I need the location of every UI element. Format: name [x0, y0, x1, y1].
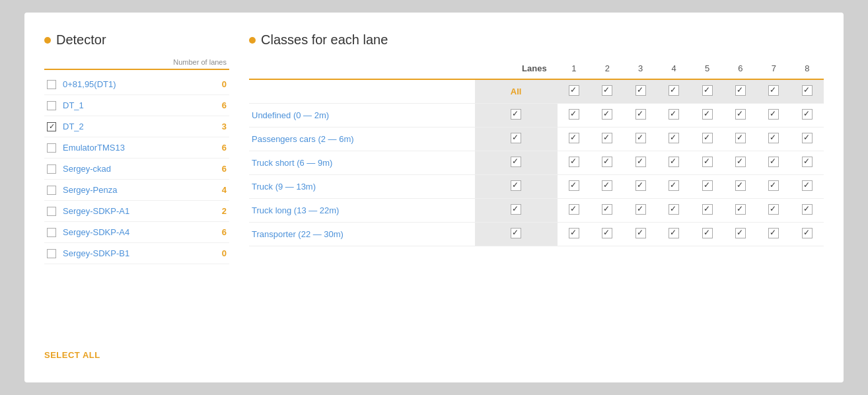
- lane-check-cell[interactable]: [791, 175, 824, 199]
- detector-item[interactable]: DT_23: [44, 116, 229, 137]
- select-all-button[interactable]: SELECT ALL: [44, 347, 229, 363]
- checkbox[interactable]: [669, 204, 679, 215]
- all-lane-check[interactable]: [757, 79, 790, 104]
- lane-check-cell[interactable]: [690, 223, 723, 246]
- detector-checkbox[interactable]: [47, 186, 56, 195]
- checkbox[interactable]: [602, 109, 612, 120]
- checkbox[interactable]: [768, 85, 779, 96]
- lane-all-check-cell[interactable]: [475, 151, 558, 175]
- lane-check-cell[interactable]: [690, 127, 723, 151]
- all-lane-check[interactable]: [690, 79, 723, 104]
- lane-check-cell[interactable]: [791, 151, 824, 175]
- lane-check-cell[interactable]: [657, 127, 690, 151]
- lane-check-cell[interactable]: [724, 127, 757, 151]
- lane-check-cell[interactable]: [791, 127, 824, 151]
- checkbox[interactable]: [635, 157, 646, 167]
- detector-item[interactable]: Sergey-SDKP-A46: [44, 222, 229, 243]
- lane-check-cell[interactable]: [624, 127, 657, 151]
- checkbox[interactable]: [511, 157, 521, 167]
- checkbox[interactable]: [669, 157, 679, 167]
- checkbox[interactable]: [802, 109, 813, 120]
- all-lane-check[interactable]: [791, 79, 824, 104]
- lane-check-cell[interactable]: [791, 223, 824, 246]
- lane-all-check-cell[interactable]: [475, 104, 558, 127]
- lane-check-cell[interactable]: [558, 151, 591, 175]
- checkbox[interactable]: [702, 228, 713, 238]
- checkbox[interactable]: [802, 133, 813, 143]
- checkbox[interactable]: [768, 133, 779, 143]
- lane-check-cell[interactable]: [558, 223, 591, 246]
- lane-check-cell[interactable]: [724, 104, 757, 127]
- checkbox[interactable]: [735, 133, 746, 143]
- detector-checkbox[interactable]: [47, 143, 56, 153]
- checkbox[interactable]: [635, 180, 646, 191]
- checkbox[interactable]: [735, 109, 746, 120]
- detector-item[interactable]: Sergey-SDKP-A12: [44, 201, 229, 222]
- checkbox[interactable]: [602, 85, 612, 96]
- detector-checkbox[interactable]: [47, 101, 56, 110]
- checkbox[interactable]: [602, 157, 612, 167]
- checkbox[interactable]: [768, 157, 779, 167]
- checkbox[interactable]: [569, 228, 579, 238]
- detector-item[interactable]: Sergey-Penza4: [44, 180, 229, 201]
- checkbox[interactable]: [735, 157, 746, 167]
- checkbox[interactable]: [768, 228, 779, 238]
- checkbox[interactable]: [569, 180, 579, 191]
- checkbox[interactable]: [569, 109, 579, 120]
- lane-check-cell[interactable]: [591, 151, 624, 175]
- checkbox[interactable]: [702, 133, 713, 143]
- lane-check-cell[interactable]: [624, 199, 657, 223]
- checkbox[interactable]: [768, 204, 779, 215]
- lane-check-cell[interactable]: [757, 223, 790, 246]
- lane-all-check-cell[interactable]: [475, 175, 558, 199]
- lane-check-cell[interactable]: [690, 151, 723, 175]
- lane-check-cell[interactable]: [558, 104, 591, 127]
- lane-check-cell[interactable]: [624, 104, 657, 127]
- checkbox[interactable]: [669, 133, 679, 143]
- checkbox[interactable]: [602, 204, 612, 215]
- lane-all-check-cell[interactable]: [475, 223, 558, 246]
- checkbox[interactable]: [511, 180, 521, 191]
- lane-check-cell[interactable]: [757, 151, 790, 175]
- lane-check-cell[interactable]: [624, 223, 657, 246]
- all-lane-check[interactable]: [724, 79, 757, 104]
- checkbox[interactable]: [768, 109, 779, 120]
- detector-checkbox[interactable]: [47, 164, 56, 174]
- checkbox[interactable]: [802, 157, 813, 167]
- detector-item[interactable]: EmulatorTMS136: [44, 137, 229, 159]
- checkbox[interactable]: [802, 85, 813, 96]
- lane-check-cell[interactable]: [558, 199, 591, 223]
- lane-check-cell[interactable]: [657, 175, 690, 199]
- lane-check-cell[interactable]: [690, 199, 723, 223]
- checkbox[interactable]: [702, 180, 713, 191]
- lane-check-cell[interactable]: [624, 151, 657, 175]
- detector-item[interactable]: Sergey-SDKP-B10: [44, 243, 229, 264]
- checkbox[interactable]: [669, 109, 679, 120]
- checkbox[interactable]: [669, 85, 679, 96]
- checkbox[interactable]: [635, 204, 646, 215]
- checkbox[interactable]: [669, 228, 679, 238]
- all-lane-check[interactable]: [558, 79, 591, 104]
- checkbox[interactable]: [569, 204, 579, 215]
- checkbox[interactable]: [735, 180, 746, 191]
- lane-check-cell[interactable]: [558, 175, 591, 199]
- detector-checkbox[interactable]: [47, 122, 56, 131]
- lane-check-cell[interactable]: [558, 127, 591, 151]
- checkbox[interactable]: [511, 133, 521, 143]
- lane-check-cell[interactable]: [657, 104, 690, 127]
- checkbox[interactable]: [802, 180, 813, 191]
- lane-check-cell[interactable]: [724, 223, 757, 246]
- detector-item[interactable]: Sergey-ckad6: [44, 159, 229, 180]
- all-lane-check[interactable]: [657, 79, 690, 104]
- detector-checkbox[interactable]: [47, 80, 56, 89]
- lane-all-check-cell[interactable]: [475, 127, 558, 151]
- lane-check-cell[interactable]: [591, 104, 624, 127]
- lane-check-cell[interactable]: [591, 223, 624, 246]
- checkbox[interactable]: [635, 109, 646, 120]
- detector-checkbox[interactable]: [47, 207, 56, 216]
- lane-check-cell[interactable]: [591, 175, 624, 199]
- lane-check-cell[interactable]: [724, 151, 757, 175]
- checkbox[interactable]: [735, 85, 746, 96]
- lane-check-cell[interactable]: [657, 199, 690, 223]
- checkbox[interactable]: [569, 85, 579, 96]
